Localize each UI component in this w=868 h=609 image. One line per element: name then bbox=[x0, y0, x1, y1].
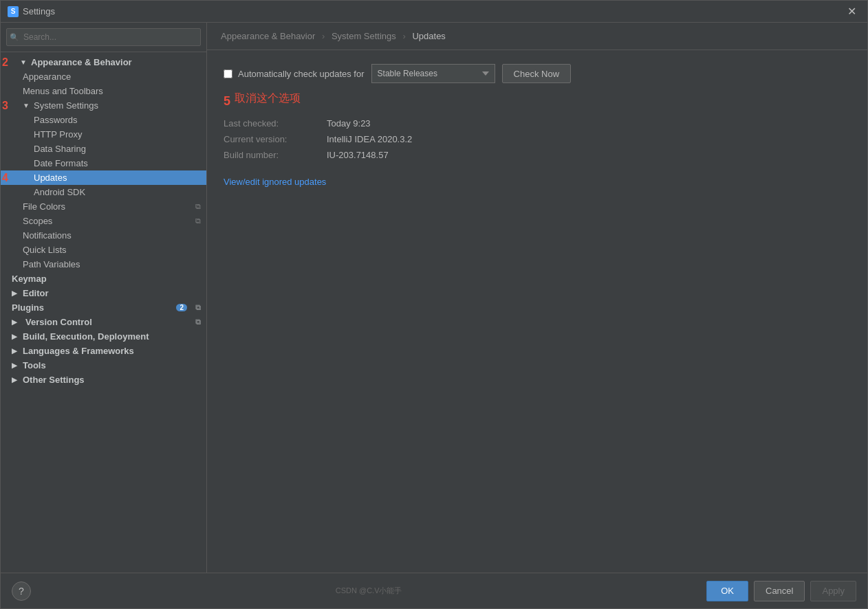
breadcrumb-current: Updates bbox=[412, 31, 445, 41]
update-check-row: Automatically check updates for Stable R… bbox=[224, 64, 851, 83]
sidebar-item-appearance[interactable]: Appearance bbox=[1, 69, 206, 84]
search-wrapper bbox=[6, 28, 201, 46]
sidebar-item-label: HTTP Proxy bbox=[34, 129, 201, 140]
credit-text: CSDN @C.V小能手 bbox=[336, 586, 402, 596]
sidebar-item-plugins[interactable]: Plugins 2 ⧉ bbox=[1, 300, 206, 315]
annotation-number-5: 5 bbox=[224, 94, 230, 109]
build-number-label: Build number: bbox=[224, 150, 327, 160]
sidebar-item-label: Tools bbox=[23, 360, 201, 370]
settings-icon[interactable]: ⧉ bbox=[195, 303, 201, 312]
current-version-label: Current version: bbox=[224, 134, 327, 144]
sidebar-item-label: Plugins bbox=[12, 302, 176, 313]
sidebar-item-passwords[interactable]: Passwords bbox=[1, 113, 206, 127]
breadcrumb-part-2: System Settings bbox=[332, 31, 396, 41]
settings-dialog: S Settings ✕ 2 ▼ Appearance & Behavior bbox=[0, 0, 868, 609]
breadcrumb-sep-2: › bbox=[402, 31, 405, 41]
expand-arrow: ▼ bbox=[23, 102, 32, 109]
search-input[interactable] bbox=[6, 28, 201, 46]
title-bar: S Settings ✕ bbox=[1, 1, 867, 23]
sidebar: 2 ▼ Appearance & Behavior Appearance Men… bbox=[1, 23, 207, 573]
sidebar-item-tools[interactable]: ▶ Tools bbox=[1, 358, 206, 373]
plugins-badge: 2 bbox=[176, 304, 187, 311]
copy-icon[interactable]: ⧉ bbox=[195, 318, 201, 326]
sidebar-item-label: Appearance & Behavior bbox=[31, 57, 201, 67]
sidebar-item-label: Languages & Frameworks bbox=[23, 346, 201, 356]
sidebar-item-android-sdk[interactable]: Android SDK bbox=[1, 185, 206, 199]
last-checked-label: Last checked: bbox=[224, 118, 327, 129]
sidebar-item-appearance-behavior[interactable]: 2 ▼ Appearance & Behavior bbox=[1, 55, 206, 69]
sidebar-item-scopes[interactable]: Scopes ⧉ bbox=[1, 214, 206, 228]
sidebar-item-label: Path Variables bbox=[23, 259, 201, 269]
check-now-button[interactable]: Check Now bbox=[502, 64, 571, 83]
auto-check-checkbox[interactable] bbox=[224, 69, 232, 78]
sidebar-item-label: Notifications bbox=[23, 230, 201, 241]
sidebar-tree: 2 ▼ Appearance & Behavior Appearance Men… bbox=[1, 52, 206, 573]
expand-arrow: ▶ bbox=[12, 289, 21, 297]
sidebar-item-build-execution[interactable]: ▶ Build, Execution, Deployment bbox=[1, 329, 206, 344]
info-table: Last checked: Today 9:23 Current version… bbox=[224, 118, 851, 160]
sidebar-item-label: File Colors bbox=[23, 201, 193, 212]
breadcrumb-part-1: Appearance & Behavior bbox=[221, 31, 315, 41]
expand-arrow: ▶ bbox=[12, 376, 21, 384]
sidebar-item-label: Keymap bbox=[12, 274, 201, 284]
sidebar-item-label: Quick Lists bbox=[23, 245, 201, 255]
breadcrumb-sep-1: › bbox=[322, 31, 325, 41]
window-title: Settings bbox=[23, 6, 843, 16]
sidebar-item-system-settings[interactable]: 3 ▼ System Settings bbox=[1, 98, 206, 113]
sidebar-item-languages-frameworks[interactable]: ▶ Languages & Frameworks bbox=[1, 344, 206, 358]
sidebar-item-other-settings[interactable]: ▶ Other Settings bbox=[1, 373, 206, 387]
sidebar-item-menus-toolbars[interactable]: Menus and Toolbars bbox=[1, 84, 206, 98]
sidebar-item-file-colors[interactable]: File Colors ⧉ bbox=[1, 199, 206, 214]
expand-arrow: ▶ bbox=[12, 362, 21, 369]
main-content: 2 ▼ Appearance & Behavior Appearance Men… bbox=[1, 23, 867, 573]
annotation-cancel-text: 取消这个选项 bbox=[235, 91, 301, 106]
expand-arrow: ▶ bbox=[12, 347, 21, 355]
auto-check-label[interactable]: Automatically check updates for bbox=[224, 69, 365, 79]
sidebar-item-date-formats[interactable]: Date Formats bbox=[1, 156, 206, 170]
help-button[interactable]: ? bbox=[12, 582, 31, 601]
right-panel: Appearance & Behavior › System Settings … bbox=[207, 23, 867, 573]
apply-button[interactable]: Apply bbox=[810, 581, 856, 601]
sidebar-item-updates[interactable]: 4 Updates bbox=[1, 170, 206, 185]
sidebar-item-quick-lists[interactable]: Quick Lists bbox=[1, 243, 206, 257]
current-version-value: IntelliJ IDEA 2020.3.2 bbox=[327, 134, 412, 144]
sidebar-item-label: Appearance bbox=[23, 71, 201, 82]
sidebar-item-label: Menus and Toolbars bbox=[23, 86, 201, 96]
sidebar-item-keymap[interactable]: Keymap bbox=[1, 272, 206, 286]
breadcrumb: Appearance & Behavior › System Settings … bbox=[207, 23, 867, 50]
copy-icon[interactable]: ⧉ bbox=[195, 217, 201, 225]
panel-content: Automatically check updates for Stable R… bbox=[207, 50, 867, 573]
bottom-bar: ? CSDN @C.V小能手 OK Cancel Apply bbox=[1, 573, 867, 608]
sidebar-item-notifications[interactable]: Notifications bbox=[1, 228, 206, 243]
search-box bbox=[1, 23, 206, 52]
cancel-button[interactable]: Cancel bbox=[754, 581, 805, 601]
last-checked-value: Today 9:23 bbox=[327, 118, 371, 129]
sidebar-item-label: System Settings bbox=[34, 100, 201, 111]
sidebar-item-label: Build, Execution, Deployment bbox=[23, 331, 201, 342]
close-button[interactable]: ✕ bbox=[843, 3, 860, 19]
sidebar-item-label: Version Control bbox=[25, 317, 92, 327]
ok-button[interactable]: OK bbox=[706, 581, 748, 601]
expand-arrow: ▶ bbox=[12, 318, 21, 326]
sidebar-item-data-sharing[interactable]: Data Sharing bbox=[1, 142, 206, 156]
sidebar-item-editor[interactable]: ▶ Editor bbox=[1, 286, 206, 300]
app-icon: S bbox=[8, 6, 19, 17]
copy-icon[interactable]: ⧉ bbox=[195, 202, 201, 211]
sidebar-item-label: Data Sharing bbox=[34, 144, 201, 154]
expand-arrow: ▼ bbox=[20, 58, 30, 66]
sidebar-item-version-control[interactable]: ▶ Version Control ⧉ bbox=[1, 315, 206, 329]
sidebar-item-label: Editor bbox=[23, 288, 201, 298]
expand-arrow: ▶ bbox=[12, 333, 21, 340]
sidebar-item-path-variables[interactable]: Path Variables bbox=[1, 257, 206, 272]
sidebar-item-label: Android SDK bbox=[34, 187, 201, 197]
build-number-value: IU-203.7148.57 bbox=[327, 150, 389, 160]
build-number-row: Build number: IU-203.7148.57 bbox=[224, 150, 851, 160]
sidebar-item-label: Scopes bbox=[23, 216, 193, 226]
view-ignored-updates-link[interactable]: View/edit ignored updates bbox=[224, 177, 326, 187]
current-version-row: Current version: IntelliJ IDEA 2020.3.2 bbox=[224, 134, 851, 144]
sidebar-item-http-proxy[interactable]: HTTP Proxy bbox=[1, 127, 206, 142]
annotation-row: 5 取消这个选项 bbox=[224, 91, 851, 111]
sidebar-item-label: Passwords bbox=[34, 115, 201, 125]
sidebar-item-label: Other Settings bbox=[23, 375, 201, 385]
release-channel-dropdown[interactable]: Stable Releases Early Access Program bbox=[371, 64, 495, 83]
